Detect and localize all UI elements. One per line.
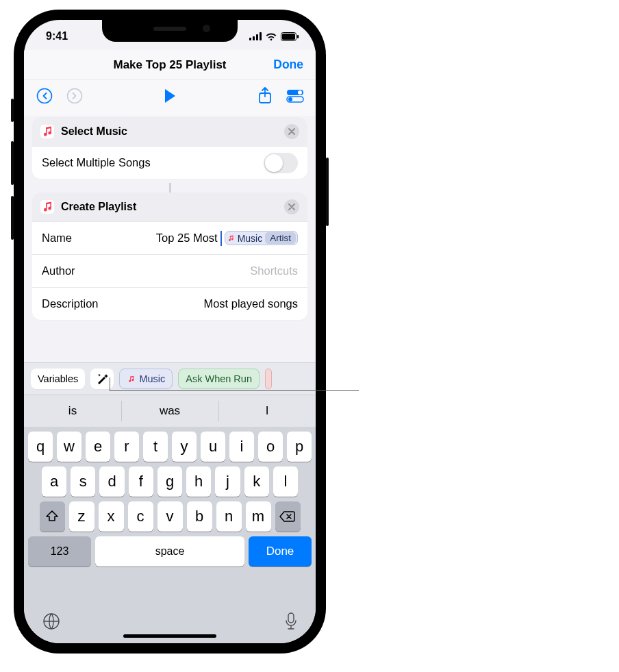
home-indicator[interactable] <box>123 634 216 638</box>
key-q[interactable]: q <box>28 432 53 462</box>
delete-action-button[interactable] <box>284 199 299 214</box>
screen: 9:41 Make Top 25 Playlist Done <box>24 20 316 643</box>
text-cursor <box>220 231 222 246</box>
redo-button[interactable] <box>65 86 84 105</box>
callout-leader <box>110 390 359 391</box>
side-button-silence <box>11 99 14 122</box>
keyboard-row-2: a s d f g h j k l <box>24 462 316 497</box>
key-shift[interactable] <box>40 501 65 532</box>
key-g[interactable]: g <box>157 466 182 497</box>
row-name[interactable]: Name Top 25 Most Music Artist <box>32 221 307 254</box>
play-icon <box>165 89 175 103</box>
author-placeholder: Shortcuts <box>250 264 298 277</box>
share-button[interactable] <box>255 86 275 105</box>
key-z[interactable]: z <box>69 501 94 532</box>
music-icon <box>227 234 235 242</box>
keyboard-row-4: 123 space Done <box>24 532 316 571</box>
row-description[interactable]: Description Most played songs <box>32 287 307 320</box>
action-card-select-music: Select Music Select Multiple Songs <box>32 117 307 179</box>
svg-rect-2 <box>256 34 258 40</box>
toggle-select-multiple[interactable] <box>264 153 298 173</box>
row-select-multiple[interactable]: Select Multiple Songs <box>32 146 307 179</box>
key-t[interactable]: t <box>143 432 168 462</box>
nav-bar: Make Top 25 Playlist Done <box>24 50 316 80</box>
key-m[interactable]: m <box>246 501 271 532</box>
keyboard: is was I q w e r t y u i o p a s d f <box>24 395 316 643</box>
key-w[interactable]: w <box>57 432 81 462</box>
chip-label: Music <box>139 373 165 384</box>
signal-icon <box>249 32 262 40</box>
magic-variable-button[interactable] <box>90 369 114 389</box>
action-header[interactable]: Select Music <box>32 117 307 146</box>
side-button-vol-up <box>11 141 14 185</box>
wand-icon <box>96 373 108 385</box>
settings-button[interactable] <box>286 86 305 105</box>
token-sub: Artist <box>265 232 296 244</box>
svg-rect-1 <box>253 36 255 40</box>
key-backspace[interactable] <box>275 501 301 532</box>
row-author[interactable]: Author Shortcuts <box>32 254 307 287</box>
key-d[interactable]: d <box>99 466 124 497</box>
suggestion-1[interactable]: is <box>24 395 121 427</box>
svg-rect-17 <box>288 613 294 623</box>
key-numeric[interactable]: 123 <box>28 536 91 567</box>
backspace-icon <box>279 510 296 523</box>
keyboard-bottom-bar <box>24 609 316 643</box>
variable-chip-ask[interactable]: Ask When Run <box>178 369 260 389</box>
description-value: Most played songs <box>203 297 298 310</box>
mic-icon[interactable] <box>284 612 298 631</box>
row-label: Name <box>42 232 72 245</box>
variables-button[interactable]: Variables <box>31 369 85 389</box>
svg-rect-5 <box>282 34 295 40</box>
key-r[interactable]: r <box>114 432 139 462</box>
key-space[interactable]: space <box>95 536 244 567</box>
svg-rect-14 <box>40 125 54 138</box>
key-e[interactable]: e <box>86 432 110 462</box>
editor-toolbar <box>24 80 316 116</box>
key-i[interactable]: i <box>229 432 254 462</box>
run-button[interactable] <box>160 86 179 105</box>
key-done[interactable]: Done <box>249 536 312 567</box>
key-o[interactable]: o <box>258 432 283 462</box>
suggestion-2[interactable]: was <box>121 395 218 427</box>
done-button[interactable]: Done <box>273 58 303 72</box>
key-a[interactable]: a <box>42 466 66 497</box>
phone-frame: 9:41 Make Top 25 Playlist Done <box>14 10 326 654</box>
action-header[interactable]: Create Playlist <box>32 192 307 221</box>
shift-icon <box>45 510 59 523</box>
key-k[interactable]: k <box>244 466 269 497</box>
globe-icon[interactable] <box>42 612 61 631</box>
action-card-create-playlist: Create Playlist Name Top 25 Most <box>32 192 307 320</box>
status-time: 9:41 <box>40 27 68 42</box>
key-s[interactable]: s <box>71 466 95 497</box>
key-c[interactable]: c <box>128 501 153 532</box>
svg-point-7 <box>38 89 52 103</box>
undo-button[interactable] <box>35 86 54 105</box>
keyboard-row-1: q w e r t y u i o p <box>24 427 316 462</box>
variable-token-music[interactable]: Music Artist <box>225 231 298 245</box>
delete-action-button[interactable] <box>284 124 299 139</box>
key-n[interactable]: n <box>216 501 242 532</box>
side-button-power <box>326 158 329 226</box>
key-b[interactable]: b <box>187 501 212 532</box>
key-u[interactable]: u <box>201 432 225 462</box>
suggestion-3[interactable]: I <box>218 395 316 427</box>
action-title: Create Playlist <box>61 201 284 213</box>
action-title: Select Music <box>61 125 284 138</box>
row-label: Author <box>42 264 75 277</box>
variable-chip-overflow[interactable] <box>265 369 272 389</box>
key-j[interactable]: j <box>215 466 240 497</box>
key-f[interactable]: f <box>129 466 153 497</box>
key-h[interactable]: h <box>186 466 211 497</box>
key-x[interactable]: x <box>99 501 124 532</box>
key-y[interactable]: y <box>172 432 197 462</box>
wifi-icon <box>265 32 277 41</box>
token-main: Music <box>238 233 263 244</box>
key-v[interactable]: v <box>157 501 183 532</box>
key-l[interactable]: l <box>273 466 298 497</box>
svg-point-13 <box>288 97 292 101</box>
key-p[interactable]: p <box>287 432 312 462</box>
music-icon <box>40 125 54 138</box>
row-label: Description <box>42 297 99 310</box>
variable-chip-music[interactable]: Music <box>119 369 173 389</box>
